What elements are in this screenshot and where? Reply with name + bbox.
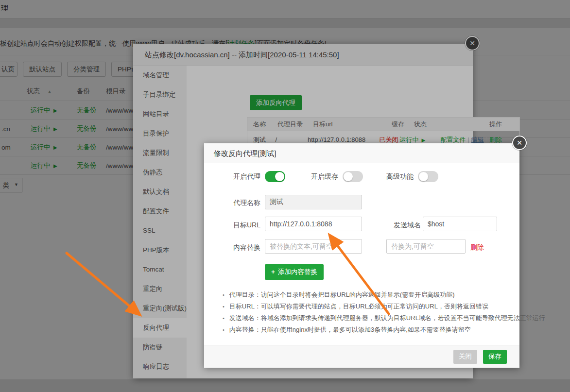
note-proxy-dir: 代理目录：访问这个目录时将会把目标URL的内容返回并显示(需要开启高级功能) <box>223 289 545 301</box>
add-content-replace-button[interactable]: +添加内容替换 <box>265 264 324 280</box>
note-send-domain: 发送域名：将域名添加到请求头传递到代理服务器，默认为目标URL域名，若设置不当可… <box>223 312 545 324</box>
plus-icon: + <box>271 268 275 275</box>
target-url-field[interactable] <box>265 217 362 231</box>
close-button[interactable]: 关闭 <box>453 350 477 364</box>
toggle-knob <box>275 172 284 181</box>
toggle-knob <box>419 172 428 181</box>
advanced-feature-label: 高级功能 <box>386 172 414 181</box>
help-notes: 代理目录：访问这个目录时将会把目标URL的内容返回并显示(需要开启高级功能) 目… <box>223 289 545 336</box>
enable-cache-label: 开启缓存 <box>311 172 338 181</box>
save-button[interactable]: 保存 <box>483 350 507 364</box>
enable-cache-toggle[interactable] <box>343 171 363 182</box>
replace-from-field[interactable] <box>265 239 362 254</box>
enable-proxy-toggle[interactable] <box>265 171 285 182</box>
note-target-url: 目标URL：可以填写你需要代理的站点，目标URL必须为可正常访问的URL，否则将… <box>223 301 545 312</box>
target-url-label: 目标URL <box>233 221 260 230</box>
content-replace-label: 内容替换 <box>233 243 260 252</box>
proxy-name-label: 代理名称 <box>233 199 260 207</box>
advanced-feature-toggle[interactable] <box>418 171 438 182</box>
note-content-replace: 内容替换：只能在使用nginx时提供，最多可以添加3条替换内容,如果不需要替换请… <box>223 324 545 336</box>
toggle-knob <box>344 172 353 181</box>
delete-replace-link[interactable]: 删除 <box>470 243 484 252</box>
replace-to-field[interactable] <box>386 239 466 254</box>
proxy-name-field[interactable] <box>265 195 362 209</box>
close-icon[interactable]: ✕ <box>512 136 527 150</box>
enable-proxy-label: 开启代理 <box>233 172 260 181</box>
edit-reverse-proxy-title: 修改反向代理[测试] <box>204 143 519 163</box>
modal-footer: 关闭 保存 <box>204 345 519 368</box>
send-domain-field[interactable] <box>423 217 497 231</box>
send-domain-label: 发送域名 <box>394 221 421 230</box>
add-content-replace-label: 添加内容替换 <box>278 268 317 275</box>
edit-reverse-proxy-modal: 修改反向代理[测试] ✕ 开启代理 开启缓存 高级功能 代理名称 目标URL 发… <box>204 143 519 368</box>
